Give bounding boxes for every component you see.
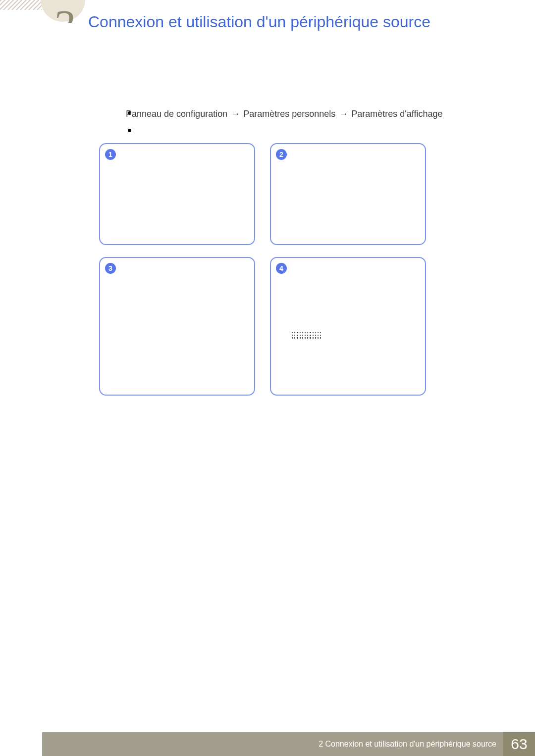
nav-path-block: Panneau de configuration → Paramètres pe… xyxy=(124,108,481,141)
nav-part-3: Paramètres d'affichage xyxy=(351,109,442,119)
nav-path: Panneau de configuration → Paramètres pe… xyxy=(124,108,481,120)
panel-number-badge: 3 xyxy=(105,263,116,274)
chapter-number: 2 xyxy=(52,4,74,23)
footer-text: 2 Connexion et utilisation d'un périphér… xyxy=(319,740,503,749)
panel-number-badge: 4 xyxy=(276,263,287,274)
nav-part-1: Panneau de configuration xyxy=(126,109,227,119)
panel-3: 3 xyxy=(99,257,255,396)
panel-4: 4 xyxy=(270,257,426,396)
bullet-icon xyxy=(128,129,131,132)
nav-text: Panneau de configuration → Paramètres pe… xyxy=(126,108,443,120)
chapter-badge: 2 xyxy=(41,0,85,23)
footer: 2 Connexion et utilisation d'un périphér… xyxy=(42,732,535,756)
page-number: 63 xyxy=(503,732,535,756)
nav-part-2: Paramètres personnels xyxy=(243,109,335,119)
panel-1: 1 xyxy=(99,143,255,245)
chapter-circle: 2 xyxy=(41,0,85,22)
arrow-icon: → xyxy=(338,108,349,120)
dots-decoration xyxy=(292,332,321,344)
decorative-stripe xyxy=(0,0,42,10)
page: 2 Connexion et utilisation d'un périphér… xyxy=(0,0,535,756)
panel-number-badge: 2 xyxy=(276,149,287,160)
page-title: Connexion et utilisation d'un périphériq… xyxy=(88,12,475,32)
nav-empty-row xyxy=(124,129,481,132)
arrow-icon: → xyxy=(230,108,241,120)
panel-number-badge: 1 xyxy=(105,149,116,160)
panels-grid: 1 2 3 4 xyxy=(99,143,426,396)
panel-2: 2 xyxy=(270,143,426,245)
